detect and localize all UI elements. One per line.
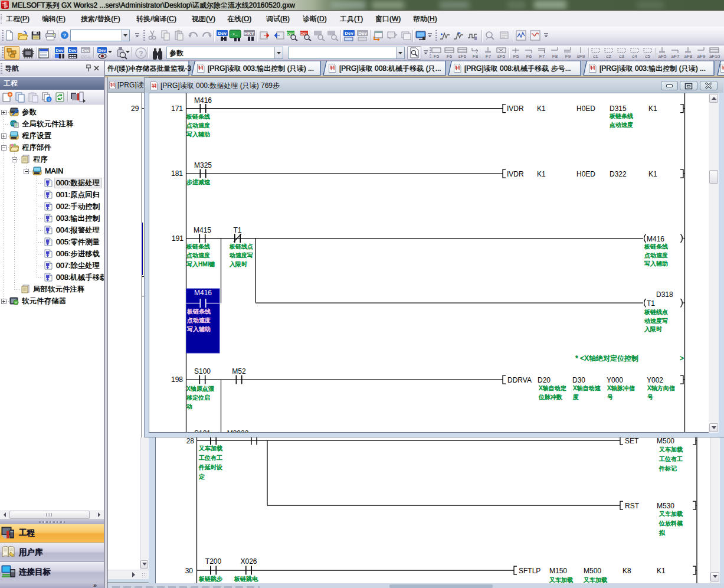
svg-text:板链条线: 板链条线: [186, 243, 210, 250]
svg-text:X轴自动速: X轴自动速: [573, 385, 601, 391]
svg-text:动: 动: [186, 403, 192, 410]
svg-text:件标记: 件标记: [659, 465, 677, 472]
svg-text:HKY: HKY: [244, 31, 255, 36]
svg-text:度: 度: [573, 394, 579, 400]
svg-text:DDRVA: DDRVA: [507, 376, 532, 384]
svg-text:M415: M415: [194, 226, 211, 234]
svg-text:板链跳电: 板链跳电: [234, 576, 258, 582]
svg-text:Dev: Dev: [99, 48, 106, 53]
svg-text:D315: D315: [610, 104, 627, 113]
svg-text:Dev: Dev: [69, 48, 77, 53]
svg-text:X轴自动定: X轴自动定: [539, 385, 566, 391]
svg-text:点动速度: 点动速度: [610, 122, 633, 128]
svg-text:K1: K1: [537, 104, 546, 113]
svg-text:X轴方向信: X轴方向信: [647, 385, 675, 391]
svg-text:M416: M416: [194, 96, 212, 104]
svg-text:>_: >_: [232, 32, 238, 37]
svg-text:点动速度: 点动速度: [187, 317, 211, 324]
svg-text:工位有工: 工位有工: [659, 456, 683, 462]
svg-text:K1: K1: [648, 104, 657, 113]
svg-text:M416: M416: [647, 235, 664, 243]
svg-text:移定位启: 移定位启: [186, 394, 210, 401]
svg-text:D318: D318: [656, 290, 673, 299]
svg-text:M3022: M3022: [227, 429, 249, 432]
svg-text:S100: S100: [194, 367, 211, 375]
svg-text:H0ED: H0ED: [576, 104, 595, 113]
svg-text:K1: K1: [648, 170, 657, 178]
svg-text:点动速度: 点动速度: [186, 122, 210, 129]
svg-text:号: 号: [647, 394, 653, 400]
svg-text:S101: S101: [194, 429, 211, 432]
svg-text:写入HMI键: 写入HMI键: [186, 261, 215, 267]
svg-text:30: 30: [185, 567, 194, 575]
svg-text:D30: D30: [572, 376, 585, 384]
svg-text:板链线点: 板链线点: [644, 309, 668, 315]
svg-text:动速度写: 动速度写: [230, 252, 253, 259]
svg-text:板链条线: 板链条线: [186, 113, 210, 120]
svg-text:X轴脉冲信: X轴脉冲信: [607, 385, 635, 391]
svg-text:i: i: [48, 97, 50, 102]
svg-text:K8: K8: [623, 567, 631, 575]
svg-text:M325: M325: [194, 161, 212, 169]
svg-text:板链跳步: 板链跳步: [198, 576, 222, 582]
svg-text:写入辅助: 写入辅助: [644, 260, 668, 267]
svg-text:拟: 拟: [659, 530, 666, 536]
svg-text:步进减速: 步进减速: [186, 179, 210, 185]
svg-text:工位有工: 工位有工: [199, 455, 222, 461]
svg-text:CC-L: CC-L: [81, 55, 90, 59]
svg-text:M500: M500: [657, 437, 674, 445]
svg-text:M416: M416: [194, 289, 212, 297]
svg-text:Dev: Dev: [218, 31, 227, 36]
svg-text:Dev: Dev: [345, 31, 353, 36]
svg-text:定: 定: [199, 473, 205, 480]
svg-text:动速度写: 动速度写: [644, 318, 668, 324]
svg-text:IVDR: IVDR: [507, 104, 524, 113]
svg-text:?: ?: [63, 32, 66, 38]
svg-text:入限时: 入限时: [644, 326, 662, 332]
svg-text:191: 191: [172, 234, 184, 243]
svg-text:>: >: [680, 354, 684, 362]
svg-text:又车加载: 又车加载: [199, 445, 222, 452]
svg-text:RST: RST: [625, 502, 640, 510]
svg-text:181: 181: [171, 169, 183, 178]
svg-text:IVDR: IVDR: [507, 170, 524, 178]
svg-text:K1: K1: [537, 170, 546, 178]
svg-text:板链条线: 板链条线: [186, 308, 211, 315]
svg-text:K1: K1: [657, 567, 666, 575]
svg-text:又车加载: 又车加载: [549, 577, 573, 583]
svg-text:D20: D20: [538, 376, 551, 384]
svg-text:写入辅助: 写入辅助: [186, 131, 210, 138]
svg-text:又车加载: 又车加载: [659, 446, 683, 453]
svg-text:M530: M530: [657, 502, 674, 510]
svg-text:M52: M52: [232, 367, 246, 375]
svg-text:T1: T1: [647, 299, 655, 308]
svg-text:位脉冲数: 位脉冲数: [538, 394, 562, 400]
svg-text:写入辅助: 写入辅助: [187, 326, 211, 332]
svg-text:28: 28: [186, 437, 195, 445]
svg-text:M500: M500: [584, 567, 601, 575]
svg-text:Dev: Dev: [56, 48, 64, 53]
svg-text:X026: X026: [240, 557, 257, 566]
svg-text:板链线点: 板链线点: [229, 243, 253, 250]
svg-text:X轴原点漂: X轴原点漂: [186, 386, 214, 392]
svg-text:198: 198: [171, 375, 183, 384]
svg-text:件延时设: 件延时设: [198, 464, 222, 471]
svg-text:板链条线: 板链条线: [609, 113, 633, 119]
svg-text:H0ED: H0ED: [576, 170, 595, 178]
svg-text:点动速度: 点动速度: [186, 252, 210, 259]
svg-text:Dev: Dev: [82, 48, 90, 53]
svg-text:又车加载: 又车加载: [659, 511, 683, 517]
svg-text:Y000: Y000: [607, 376, 623, 384]
svg-text:M150: M150: [549, 567, 567, 575]
svg-text:号: 号: [607, 394, 613, 400]
svg-text:Y002: Y002: [647, 376, 663, 384]
svg-text:?: ?: [139, 50, 143, 58]
svg-text:T200: T200: [205, 557, 222, 566]
svg-text:171: 171: [171, 104, 183, 113]
svg-text:D322: D322: [610, 170, 627, 178]
svg-text:Dev: Dev: [358, 31, 367, 36]
svg-text:又车加载: 又车加载: [584, 577, 607, 583]
svg-text:SET: SET: [625, 437, 639, 445]
svg-text:* <X轴绝对定位控制: * <X轴绝对定位控制: [575, 354, 638, 362]
svg-text:位放料模: 位放料模: [659, 520, 683, 527]
